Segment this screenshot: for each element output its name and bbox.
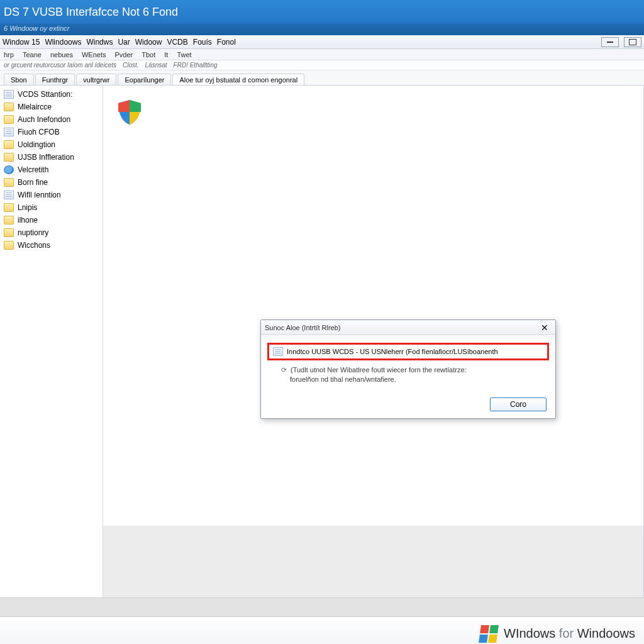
folder-icon [4,241,14,250]
tree-item-label: ilhone [18,216,38,225]
device-icon [273,347,283,356]
tree-item-label: Wifll íenntion [18,191,61,199]
menu-item[interactable]: WEnets [82,51,106,58]
dialog-title: Sunoc Aloe (Intrtít Rlreb) [265,324,538,331]
tree-item[interactable]: Fiuoh CFOB [1,126,101,138]
highlighted-device-row[interactable]: Inndtco UUSB WCDS - US USNleherr (Fod fí… [267,343,549,360]
tab-bar: Sbon Funthrgr vultrgrwr Eoparílunger Alo… [0,70,644,86]
tree-item[interactable]: Auch Inefondon [1,113,101,126]
folder-icon [4,115,14,124]
taskbar-word: Windoows [577,626,635,640]
folder-icon [4,203,14,212]
menu-item[interactable]: Twet [177,51,191,58]
tab[interactable]: Aloe tur oyj bstuatal d comon engonral [172,74,304,85]
folder-icon [4,140,14,149]
info-text: or grcuent reutorcusor laíom anl ídeicet… [4,62,116,69]
dialog-desc-line: (Tudlt utnot Ner Wibatlree foutt wiecer … [291,365,467,375]
status-strip [0,597,644,616]
dialog: Sunoc Aloe (Intrtít Rlreb) ✕ Inndtco UUS… [260,319,556,419]
menu-item[interactable]: Tbot [142,51,155,58]
menu-item[interactable]: Widoow [135,38,162,47]
tree-item[interactable]: UJSB Inffleration [1,151,101,164]
tree-item[interactable]: Lnipis [1,201,101,214]
tree-item-label: Fiuoh CFOB [18,128,60,136]
minimize-button[interactable] [601,37,619,47]
taskbar: WIndows for Windoows [0,616,644,644]
tree-item[interactable]: Wifll íenntion [1,189,101,201]
document-icon [4,191,14,199]
windows-logo-icon [479,625,499,643]
menu-item[interactable]: Windws [86,38,113,47]
tree-item[interactable]: Uoldingtion [1,138,101,151]
tree-item[interactable]: Born fine [1,176,101,189]
tab[interactable]: Funthrgr [35,74,75,85]
content-pane: Sunoc Aloe (Intrtít Rlreb) ✕ Inndtco UUS… [103,86,644,597]
menu-item[interactable]: Uar [118,38,130,47]
document-icon [4,128,14,136]
document-icon [4,90,14,99]
menu-item[interactable]: nebues [50,51,73,58]
tree-item-label: Mlelaircce [18,103,52,111]
tree-item-label: Auch Inefondon [18,115,70,124]
highlighted-device-label: Inndtco UUSB WCDS - US USNleherr (Fod fí… [287,348,498,355]
info-text: FRD! Ethalltting [174,62,218,69]
tab[interactable]: Eoparílunger [118,74,171,85]
dialog-description: (Tudlt utnot Ner Wibatlree foutt wiecer … [269,364,548,384]
tree-item-label: nuptionry [18,228,48,237]
menu-item[interactable]: It [164,51,168,58]
menu-item[interactable]: Window 15 [3,38,40,47]
tree-item-label: Born fine [18,178,48,187]
dialog-desc-line: foruelñon nd tihal nehan/wntafiere. [290,375,396,383]
tree-item[interactable]: nuptionry [1,226,101,239]
menu-item[interactable]: Fouís [193,38,212,47]
close-button[interactable]: ✕ [538,322,552,333]
taskbar-word: for [559,626,574,640]
tree-item-label: VCDS Sttantion: [18,90,72,99]
menu-item[interactable]: Teane [23,51,42,58]
tree-item[interactable]: Mlelaircce [1,101,101,113]
taskbar-word: WIndows [504,626,555,640]
menu-item[interactable]: Fonol [217,38,236,47]
windows-shield-icon [116,98,143,126]
tree-item[interactable]: VCDS Sttantion: [1,88,101,101]
menu-bar-2: hrp Teane nebues WEnets Pvder Tbot It Tw… [0,49,644,60]
folder-icon [4,216,14,225]
tab[interactable]: Sbon [4,74,34,85]
tree-item-label: Velcretith [18,165,48,174]
menu-item[interactable]: VCDB [167,38,187,47]
folder-icon [4,153,14,162]
info-text: Lásnsat [145,62,167,69]
taskbar-text: WIndows for Windoows [504,626,635,641]
maximize-button[interactable] [624,37,641,47]
menu-item[interactable]: Wlindoows [45,38,81,47]
tree-item[interactable]: Velcretith [1,164,101,176]
window-subtitle: 6 Windoow oy extincr [0,24,644,35]
folder-icon [4,178,14,187]
sidebar-tree: VCDS Sttantion: Mlelaircce Auch Inefondo… [0,86,103,597]
window-title: DS 7 VUSB Interfafcce Not 6 Fond [4,6,178,19]
dialog-titlebar: Sunoc Aloe (Intrtít Rlreb) ✕ [261,320,555,335]
tree-item-label: Uoldingtion [18,140,55,149]
folder-icon [4,103,14,111]
dialog-ok-button[interactable]: Coro [490,397,547,411]
usb-icon [4,165,14,174]
tree-item-label: Wicchons [18,241,50,250]
tree-item-label: Lnipis [18,203,37,212]
menu-item[interactable]: hrp [4,51,14,58]
folder-icon [4,228,14,237]
tab[interactable]: vultrgrwr [76,74,116,85]
window-titlebar: DS 7 VUSB Interfafcce Not 6 Fond [0,0,644,24]
menu-bar-1: Window 15 Wlindoows Windws Uar Widoow VC… [0,35,644,49]
tree-item[interactable]: Wicchons [1,239,101,252]
tree-item-label: UJSB Inffleration [18,153,74,162]
info-row: or grcuent reutorcusor laíom anl ídeicet… [0,60,644,70]
info-text: Clost. [123,62,139,69]
menu-item[interactable]: Pvder [115,51,133,58]
tree-item[interactable]: ilhone [1,214,101,226]
